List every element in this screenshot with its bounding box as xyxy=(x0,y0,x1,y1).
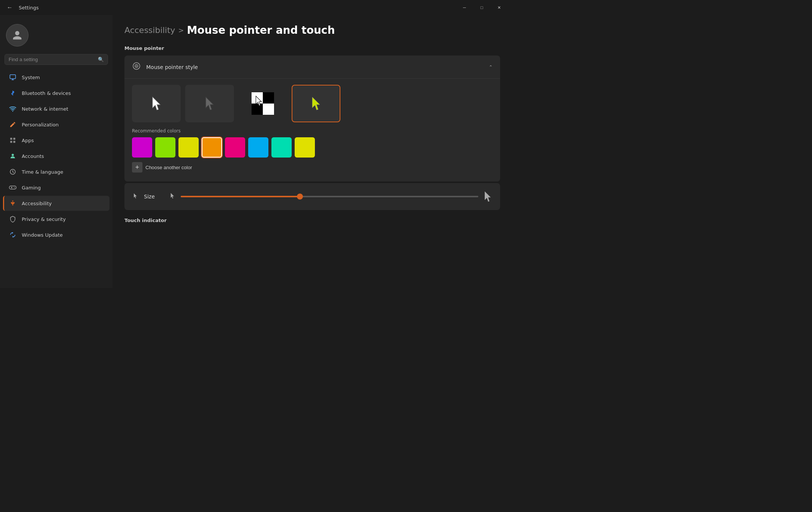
system-label: System xyxy=(22,75,40,80)
color-swatches xyxy=(132,137,493,158)
svg-point-1 xyxy=(12,111,13,111)
chevron-up-icon: ⌃ xyxy=(489,65,493,70)
svg-marker-17 xyxy=(312,97,320,110)
time-icon xyxy=(9,168,16,176)
svg-point-11 xyxy=(12,201,13,202)
bluetooth-icon xyxy=(9,89,16,97)
minimize-button[interactable]: ─ xyxy=(456,2,473,14)
titlebar: ← Settings ─ □ ✕ xyxy=(0,0,512,15)
plus-icon: + xyxy=(132,162,142,173)
pointer-option-dark[interactable] xyxy=(185,85,234,122)
sidebar-item-network[interactable]: Network & internet xyxy=(3,101,109,116)
sidebar-item-accounts[interactable]: Accounts xyxy=(3,149,109,164)
search-box[interactable]: 🔍 xyxy=(4,54,108,65)
color-swatch-yellow[interactable] xyxy=(178,137,199,158)
sidebar-item-gaming[interactable]: Gaming xyxy=(3,180,109,195)
sidebar-item-bluetooth[interactable]: Bluetooth & devices xyxy=(3,86,109,101)
svg-rect-3 xyxy=(13,138,15,140)
color-swatch-orange[interactable] xyxy=(202,137,222,158)
avatar xyxy=(6,24,28,47)
main-content: Accessibility > Mouse pointer and touch … xyxy=(112,15,512,288)
privacy-icon xyxy=(9,215,16,223)
recommended-colors-section: Recommended colors + Choose another col xyxy=(132,122,493,174)
mouse-pointer-style-title: Mouse pointer style xyxy=(146,64,484,70)
breadcrumb-separator: > xyxy=(178,26,184,34)
sidebar-item-personalization[interactable]: Personalization xyxy=(3,117,109,132)
app-layout: 🔍 System Bluetooth & devices Network & i… xyxy=(0,15,512,288)
back-button[interactable]: ← xyxy=(4,2,15,13)
sidebar-item-apps[interactable]: Apps xyxy=(3,133,109,148)
system-icon xyxy=(9,74,16,81)
accessibility-icon xyxy=(9,200,16,207)
svg-rect-0 xyxy=(10,75,16,79)
sidebar: 🔍 System Bluetooth & devices Network & i… xyxy=(0,15,112,288)
choose-another-color-button[interactable]: + Choose another color xyxy=(132,161,192,174)
mouse-pointer-style-card: Mouse pointer style ⌃ xyxy=(124,56,500,182)
accounts-icon xyxy=(9,152,16,160)
svg-rect-2 xyxy=(10,138,12,140)
size-row: Size xyxy=(124,183,500,210)
time-label: Time & language xyxy=(22,169,63,175)
svg-rect-8 xyxy=(9,186,16,189)
svg-point-6 xyxy=(12,154,14,156)
gaming-label: Gaming xyxy=(22,185,41,191)
pointer-option-white[interactable] xyxy=(132,85,181,122)
pointer-style-icon xyxy=(132,62,141,72)
svg-rect-5 xyxy=(13,141,15,143)
svg-rect-4 xyxy=(10,141,12,143)
pointer-option-bw[interactable] xyxy=(238,85,287,122)
size-slider-thumb[interactable] xyxy=(297,194,303,200)
bluetooth-label: Bluetooth & devices xyxy=(22,90,71,96)
svg-marker-18 xyxy=(134,193,137,198)
svg-point-10 xyxy=(15,188,15,188)
maximize-button[interactable]: □ xyxy=(473,2,490,14)
search-input[interactable] xyxy=(9,57,95,62)
color-swatch-mint[interactable] xyxy=(271,137,292,158)
small-cursor-icon xyxy=(132,193,139,200)
pointer-styles xyxy=(132,79,493,122)
network-label: Network & internet xyxy=(22,106,68,112)
mouse-pointer-style-header[interactable]: Mouse pointer style ⌃ xyxy=(124,56,500,78)
choose-another-color-label: Choose another color xyxy=(145,165,192,170)
gaming-icon xyxy=(9,184,16,191)
color-swatch-pink[interactable] xyxy=(225,137,245,158)
sidebar-item-system[interactable]: System xyxy=(3,70,109,85)
svg-marker-16 xyxy=(256,96,262,106)
apps-icon xyxy=(9,137,16,144)
personalization-label: Personalization xyxy=(22,122,59,128)
pointer-option-custom[interactable] xyxy=(292,85,340,122)
personalization-icon xyxy=(9,121,16,128)
size-slider-track[interactable] xyxy=(181,196,478,197)
touch-indicator-label: Touch indicator xyxy=(124,218,500,223)
apps-label: Apps xyxy=(22,138,34,143)
window-controls: ─ □ ✕ xyxy=(456,2,508,14)
cursor-large-icon xyxy=(483,191,493,203)
close-button[interactable]: ✕ xyxy=(490,2,508,14)
sidebar-item-accessibility[interactable]: Accessibility xyxy=(3,196,109,211)
color-swatch-lime[interactable] xyxy=(155,137,175,158)
user-avatar-section xyxy=(0,20,112,54)
color-swatch-bright-yellow[interactable] xyxy=(295,137,315,158)
sidebar-item-time[interactable]: Time & language xyxy=(3,164,109,179)
breadcrumb: Accessibility > Mouse pointer and touch xyxy=(124,24,500,36)
size-slider-area xyxy=(169,191,493,203)
privacy-label: Privacy & security xyxy=(22,216,66,222)
accessibility-label: Accessibility xyxy=(22,201,52,206)
breadcrumb-parent[interactable]: Accessibility xyxy=(124,26,175,35)
mouse-pointer-style-body: Recommended colors + Choose another col xyxy=(124,78,500,182)
recommended-colors-label: Recommended colors xyxy=(132,128,493,134)
color-swatch-cyan[interactable] xyxy=(248,137,268,158)
update-label: Windows Update xyxy=(22,232,63,238)
network-icon xyxy=(9,105,16,113)
svg-point-13 xyxy=(136,66,137,67)
sidebar-item-privacy[interactable]: Privacy & security xyxy=(3,212,109,227)
size-label-area: Size xyxy=(132,193,162,200)
cursor-small-icon xyxy=(169,192,176,201)
update-icon xyxy=(9,231,16,239)
color-swatch-magenta[interactable] xyxy=(132,137,152,158)
svg-marker-19 xyxy=(171,193,174,199)
svg-marker-14 xyxy=(153,97,160,110)
mouse-pointer-section-label: Mouse pointer xyxy=(124,45,500,51)
sidebar-item-update[interactable]: Windows Update xyxy=(3,227,109,242)
size-label: Size xyxy=(144,194,155,200)
